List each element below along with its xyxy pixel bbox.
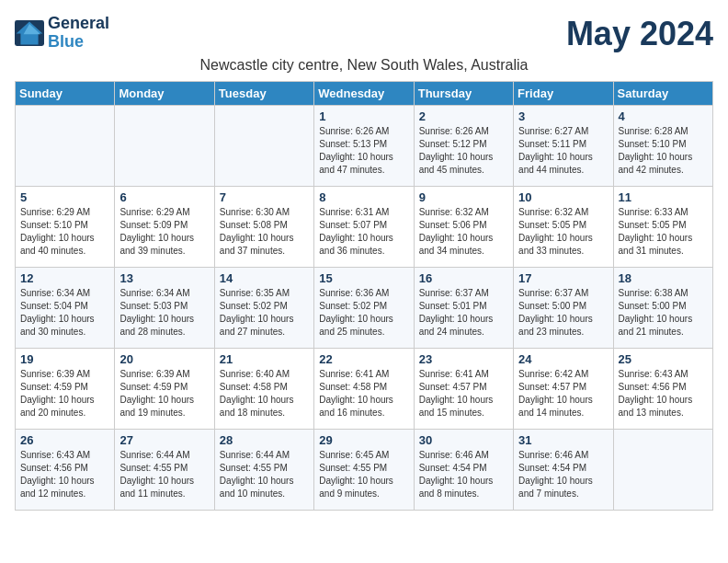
day-number: 16: [419, 271, 508, 285]
day-info: Sunrise: 6:37 AMSunset: 5:01 PMDaylight:…: [419, 287, 508, 339]
day-number: 20: [119, 352, 209, 366]
calendar-day-cell: 22Sunrise: 6:41 AMSunset: 4:58 PMDayligh…: [314, 349, 414, 430]
calendar-day-cell: 6Sunrise: 6:29 AMSunset: 5:09 PMDaylight…: [115, 187, 214, 268]
day-info: Sunrise: 6:46 AMSunset: 4:54 PMDaylight:…: [518, 449, 608, 500]
day-info: Sunrise: 6:26 AMSunset: 5:12 PMDaylight:…: [419, 125, 508, 177]
day-number: 23: [419, 352, 508, 366]
calendar-day-cell: 9Sunrise: 6:32 AMSunset: 5:06 PMDaylight…: [414, 187, 513, 268]
calendar-day-cell: 12Sunrise: 6:34 AMSunset: 5:04 PMDayligh…: [16, 268, 115, 349]
calendar-day-cell: 19Sunrise: 6:39 AMSunset: 4:59 PMDayligh…: [16, 349, 115, 430]
day-header: Friday: [514, 82, 613, 106]
calendar-day-cell: 14Sunrise: 6:35 AMSunset: 5:02 PMDayligh…: [214, 268, 313, 349]
logo-blue: Blue: [48, 33, 109, 52]
day-info: Sunrise: 6:40 AMSunset: 4:58 PMDaylight:…: [220, 368, 309, 419]
day-number: 27: [119, 433, 209, 447]
day-number: 7: [220, 190, 309, 204]
calendar-day-cell: 20Sunrise: 6:39 AMSunset: 4:59 PMDayligh…: [115, 349, 214, 430]
day-info: Sunrise: 6:26 AMSunset: 5:13 PMDaylight:…: [319, 125, 408, 177]
subtitle: Newcastle city centre, New South Wales, …: [15, 57, 713, 74]
day-number: 28: [220, 433, 309, 447]
day-number: 13: [119, 271, 209, 285]
day-number: 17: [518, 271, 608, 285]
day-info: Sunrise: 6:36 AMSunset: 5:02 PMDaylight:…: [319, 287, 408, 339]
calendar-day-cell: 25Sunrise: 6:43 AMSunset: 4:56 PMDayligh…: [613, 349, 712, 430]
logo-general: General: [48, 15, 109, 33]
calendar-day-cell: 4Sunrise: 6:28 AMSunset: 5:10 PMDaylight…: [613, 106, 712, 187]
calendar-day-cell: 11Sunrise: 6:33 AMSunset: 5:05 PMDayligh…: [613, 187, 712, 268]
calendar-day-cell: 7Sunrise: 6:30 AMSunset: 5:08 PMDaylight…: [214, 187, 313, 268]
calendar-week-row: 1Sunrise: 6:26 AMSunset: 5:13 PMDaylight…: [16, 106, 713, 187]
day-info: Sunrise: 6:43 AMSunset: 4:56 PMDaylight:…: [20, 449, 109, 500]
day-number: 19: [20, 352, 109, 366]
calendar-day-cell: 13Sunrise: 6:34 AMSunset: 5:03 PMDayligh…: [115, 268, 214, 349]
calendar-day-cell: 23Sunrise: 6:41 AMSunset: 4:57 PMDayligh…: [414, 349, 513, 430]
day-info: Sunrise: 6:37 AMSunset: 5:00 PMDaylight:…: [518, 287, 608, 339]
calendar-day-cell: 26Sunrise: 6:43 AMSunset: 4:56 PMDayligh…: [16, 430, 115, 511]
day-info: Sunrise: 6:34 AMSunset: 5:03 PMDaylight:…: [119, 287, 209, 339]
calendar-day-cell: 5Sunrise: 6:29 AMSunset: 5:10 PMDaylight…: [16, 187, 115, 268]
day-number: 3: [518, 109, 608, 123]
calendar-day-cell: 10Sunrise: 6:32 AMSunset: 5:05 PMDayligh…: [514, 187, 613, 268]
day-info: Sunrise: 6:28 AMSunset: 5:10 PMDaylight:…: [619, 125, 708, 177]
day-info: Sunrise: 6:34 AMSunset: 5:04 PMDaylight:…: [20, 287, 109, 339]
day-number: 25: [619, 352, 708, 366]
day-info: Sunrise: 6:29 AMSunset: 5:09 PMDaylight:…: [119, 206, 209, 258]
day-number: 21: [220, 352, 309, 366]
day-number: 5: [20, 190, 109, 204]
day-number: 29: [319, 433, 408, 447]
calendar-day-cell: 16Sunrise: 6:37 AMSunset: 5:01 PMDayligh…: [414, 268, 513, 349]
day-number: 4: [619, 109, 708, 123]
day-info: Sunrise: 6:43 AMSunset: 4:56 PMDaylight:…: [619, 368, 708, 419]
day-info: Sunrise: 6:42 AMSunset: 4:57 PMDaylight:…: [518, 368, 608, 419]
day-info: Sunrise: 6:33 AMSunset: 5:05 PMDaylight:…: [619, 206, 708, 258]
calendar-day-cell: 30Sunrise: 6:46 AMSunset: 4:54 PMDayligh…: [414, 430, 513, 511]
calendar-day-cell: [16, 106, 115, 187]
day-number: 6: [119, 190, 209, 204]
day-info: Sunrise: 6:32 AMSunset: 5:05 PMDaylight:…: [518, 206, 608, 258]
day-number: 15: [319, 271, 408, 285]
calendar-table: SundayMondayTuesdayWednesdayThursdayFrid…: [15, 81, 713, 511]
day-info: Sunrise: 6:39 AMSunset: 4:59 PMDaylight:…: [20, 368, 109, 419]
day-number: 1: [319, 109, 408, 123]
calendar-day-cell: 27Sunrise: 6:44 AMSunset: 4:55 PMDayligh…: [115, 430, 214, 511]
day-header: Thursday: [414, 82, 513, 106]
day-header: Wednesday: [314, 82, 414, 106]
day-info: Sunrise: 6:39 AMSunset: 4:59 PMDaylight:…: [119, 368, 209, 419]
calendar-day-cell: [115, 106, 214, 187]
calendar-day-cell: 24Sunrise: 6:42 AMSunset: 4:57 PMDayligh…: [514, 349, 613, 430]
day-number: 8: [319, 190, 408, 204]
day-number: 22: [319, 352, 408, 366]
calendar-day-cell: 31Sunrise: 6:46 AMSunset: 4:54 PMDayligh…: [514, 430, 613, 511]
day-info: Sunrise: 6:30 AMSunset: 5:08 PMDaylight:…: [220, 206, 309, 258]
day-number: 9: [419, 190, 508, 204]
logo: General Blue: [15, 15, 109, 52]
calendar-week-row: 5Sunrise: 6:29 AMSunset: 5:10 PMDaylight…: [16, 187, 713, 268]
day-number: 14: [220, 271, 309, 285]
calendar-week-row: 12Sunrise: 6:34 AMSunset: 5:04 PMDayligh…: [16, 268, 713, 349]
calendar-day-cell: 3Sunrise: 6:27 AMSunset: 5:11 PMDaylight…: [514, 106, 613, 187]
day-header: Tuesday: [214, 82, 313, 106]
calendar-day-cell: 18Sunrise: 6:38 AMSunset: 5:00 PMDayligh…: [613, 268, 712, 349]
day-info: Sunrise: 6:44 AMSunset: 4:55 PMDaylight:…: [119, 449, 209, 500]
calendar-day-cell: 2Sunrise: 6:26 AMSunset: 5:12 PMDaylight…: [414, 106, 513, 187]
day-number: 26: [20, 433, 109, 447]
day-info: Sunrise: 6:46 AMSunset: 4:54 PMDaylight:…: [419, 449, 508, 500]
day-header: Sunday: [16, 82, 115, 106]
calendar-header: SundayMondayTuesdayWednesdayThursdayFrid…: [16, 82, 713, 106]
day-number: 31: [518, 433, 608, 447]
day-info: Sunrise: 6:41 AMSunset: 4:57 PMDaylight:…: [419, 368, 508, 419]
day-header: Saturday: [613, 82, 712, 106]
day-info: Sunrise: 6:38 AMSunset: 5:00 PMDaylight:…: [619, 287, 708, 339]
day-info: Sunrise: 6:44 AMSunset: 4:55 PMDaylight:…: [220, 449, 309, 500]
calendar-body: 1Sunrise: 6:26 AMSunset: 5:13 PMDaylight…: [16, 106, 713, 511]
day-info: Sunrise: 6:45 AMSunset: 4:55 PMDaylight:…: [319, 449, 408, 500]
calendar-day-cell: 17Sunrise: 6:37 AMSunset: 5:00 PMDayligh…: [514, 268, 613, 349]
day-number: 12: [20, 271, 109, 285]
calendar-week-row: 19Sunrise: 6:39 AMSunset: 4:59 PMDayligh…: [16, 349, 713, 430]
calendar-day-cell: 15Sunrise: 6:36 AMSunset: 5:02 PMDayligh…: [314, 268, 414, 349]
day-number: 2: [419, 109, 508, 123]
calendar-day-cell: [214, 106, 313, 187]
day-number: 18: [619, 271, 708, 285]
day-info: Sunrise: 6:41 AMSunset: 4:58 PMDaylight:…: [319, 368, 408, 419]
day-info: Sunrise: 6:27 AMSunset: 5:11 PMDaylight:…: [518, 125, 608, 177]
